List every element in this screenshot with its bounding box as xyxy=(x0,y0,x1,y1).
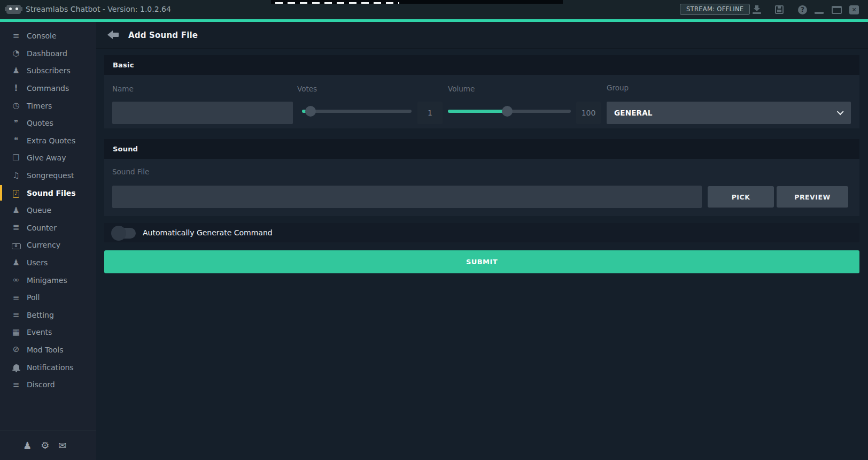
gift-icon: ❒ xyxy=(10,154,22,162)
auto-generate-row: Automatically Generate Command xyxy=(104,223,859,242)
volume-slider-thumb[interactable] xyxy=(502,106,513,117)
volume-value-box[interactable]: 100 xyxy=(576,102,601,124)
sidebar: ≡Console◔Dashboard♟Subscribers!Commands◷… xyxy=(0,22,96,460)
sidebar-item-label: Subscribers xyxy=(27,66,71,75)
gamepad-icon: ∞ xyxy=(10,276,22,284)
sidebar-item-subscribers[interactable]: ♟Subscribers xyxy=(0,62,96,80)
sidebar-item-minigames[interactable]: ∞Minigames xyxy=(0,271,96,289)
money-bill-icon: 0 xyxy=(10,241,22,249)
sidebar-nav: ≡Console◔Dashboard♟Subscribers!Commands◷… xyxy=(0,27,96,393)
sidebar-item-counter[interactable]: ≣Counter xyxy=(0,219,96,237)
sidebar-item-sound-files[interactable]: ♪Sound Files xyxy=(0,184,96,202)
sidebar-item-label: Timers xyxy=(27,102,52,110)
name-label: Name xyxy=(112,85,134,93)
help-icon[interactable] xyxy=(798,5,807,14)
list-icon: ≡ xyxy=(10,311,22,319)
minimize-button[interactable] xyxy=(815,12,824,14)
back-arrow-icon[interactable] xyxy=(107,30,119,39)
volume-label: Volume xyxy=(448,85,475,93)
sidebar-item-label: Events xyxy=(27,328,52,336)
sound-section-body: Sound File PICK PREVIEW xyxy=(104,159,859,216)
user-icon[interactable]: ♟ xyxy=(23,440,32,451)
download-icon[interactable] xyxy=(753,5,761,14)
sidebar-item-label: Betting xyxy=(27,311,54,319)
votes-label: Votes xyxy=(297,85,317,93)
sidebar-item-mod-tools[interactable]: ⊘Mod Tools xyxy=(0,341,96,359)
votes-value-box[interactable]: 1 xyxy=(417,102,443,124)
votes-slider[interactable] xyxy=(302,106,412,117)
main-content: Add Sound File Basic Name Votes 1 Volume… xyxy=(96,22,868,460)
mail-icon[interactable]: ✉ xyxy=(58,440,66,451)
volume-slider[interactable] xyxy=(448,106,571,117)
sidebar-item-discord[interactable]: ≡Discord xyxy=(0,376,96,394)
quote-left-icon: ❝ xyxy=(10,136,22,144)
sound-section-title: Sound xyxy=(104,139,859,159)
sidebar-item-give-away[interactable]: ❒Give Away xyxy=(0,149,96,167)
sidebar-item-label: Users xyxy=(27,258,48,267)
sidebar-divider xyxy=(0,431,96,431)
sidebar-item-quotes[interactable]: ❞Quotes xyxy=(0,114,96,132)
preview-button[interactable]: PREVIEW xyxy=(777,186,848,208)
bars-icon: ≡ xyxy=(10,32,22,40)
group-select[interactable]: GENERAL xyxy=(607,102,851,124)
sidebar-item-users[interactable]: ♟Users xyxy=(0,254,96,272)
toggle-knob[interactable] xyxy=(111,226,126,241)
sidebar-item-betting[interactable]: ≡Betting xyxy=(0,306,96,324)
maximize-button[interactable] xyxy=(832,6,842,14)
sidebar-item-label: Quotes xyxy=(27,119,53,127)
streamlabs-robot-logo-icon xyxy=(6,5,21,14)
person-icon: ♟ xyxy=(10,67,22,75)
exclamation-icon: ! xyxy=(10,85,22,93)
bell-icon xyxy=(10,363,22,371)
close-button[interactable] xyxy=(849,5,859,14)
sidebar-item-label: Poll xyxy=(27,293,40,302)
sidebar-item-events[interactable]: ▦Events xyxy=(0,324,96,341)
file-audio-icon: ♪ xyxy=(10,188,22,198)
sidebar-item-console[interactable]: ≡Console xyxy=(0,27,96,45)
sidebar-item-label: Currency xyxy=(27,241,60,249)
name-input[interactable] xyxy=(112,102,293,124)
chevron-down-icon xyxy=(837,108,844,115)
sidebar-item-label: Queue xyxy=(27,206,51,214)
sidebar-item-label: Counter xyxy=(27,224,57,232)
sound-file-label: Sound File xyxy=(112,167,149,176)
group-label: Group xyxy=(607,83,629,92)
page-header: Add Sound File xyxy=(96,22,868,49)
sidebar-item-label: Sound Files xyxy=(27,189,76,197)
gear-icon[interactable]: ⚙ xyxy=(41,440,49,451)
gauge-icon: ◔ xyxy=(10,49,22,57)
sound-section: Sound Sound File PICK PREVIEW xyxy=(104,139,859,216)
sidebar-item-timers[interactable]: ◷Timers xyxy=(0,97,96,114)
basic-section-body: Name Votes 1 Volume 100 Group GENERAL xyxy=(104,75,859,128)
votes-slider-thumb[interactable] xyxy=(305,106,316,117)
stream-status-badge: STREAM: OFFLINE xyxy=(680,4,750,15)
app-title: Streamlabs Chatbot - Version: 1.0.2.64 xyxy=(26,5,171,13)
list-icon: ≡ xyxy=(10,294,22,302)
submit-button[interactable]: SUBMIT xyxy=(104,250,859,273)
users-icon: ♟ xyxy=(10,259,22,267)
sidebar-item-songrequest[interactable]: ♫Songrequest xyxy=(0,167,96,185)
ban-icon: ⊘ xyxy=(10,346,22,354)
auto-generate-toggle[interactable] xyxy=(112,227,136,239)
sidebar-item-dashboard[interactable]: ◔Dashboard xyxy=(0,45,96,63)
calendar-icon: ▦ xyxy=(10,328,22,336)
sidebar-item-currency[interactable]: 0Currency xyxy=(0,236,96,254)
sidebar-item-label: Extra Quotes xyxy=(27,136,75,145)
save-icon[interactable] xyxy=(775,5,784,14)
sidebar-item-commands[interactable]: !Commands xyxy=(0,80,96,97)
sidebar-item-queue[interactable]: ♟Queue xyxy=(0,202,96,219)
sidebar-item-label: Mod Tools xyxy=(27,346,63,354)
sidebar-item-label: Give Away xyxy=(27,154,66,162)
pick-button[interactable]: PICK xyxy=(708,186,774,208)
music-note-icon: ♫ xyxy=(10,172,22,180)
list-icon: ≡ xyxy=(10,381,22,389)
sidebar-item-label: Minigames xyxy=(27,276,67,285)
sidebar-item-poll[interactable]: ≡Poll xyxy=(0,289,96,306)
sidebar-item-label: Songrequest xyxy=(27,171,74,180)
sidebar-item-notifications[interactable]: Notifications xyxy=(0,358,96,376)
overlapping-window-artifact xyxy=(271,0,563,4)
users-icon: ♟ xyxy=(10,206,22,214)
sound-file-input[interactable] xyxy=(112,186,702,208)
sidebar-item-extra-quotes[interactable]: ❝Extra Quotes xyxy=(0,132,96,150)
sidebar-item-label: Commands xyxy=(27,84,69,93)
